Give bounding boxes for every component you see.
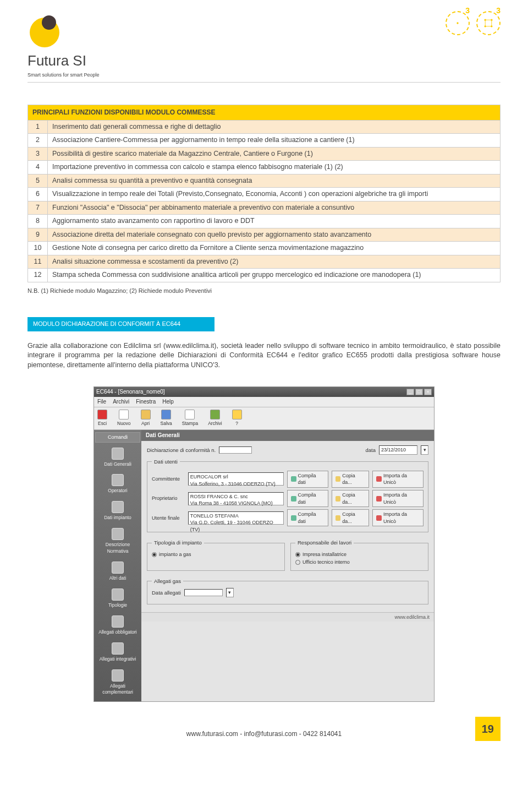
- dati-utenti-group: Dati utenti Committente EUROCALOR srl Vi…: [147, 458, 428, 533]
- sidebar-allegati-complementari[interactable]: Allegati complementari: [95, 666, 140, 700]
- header-badge-1: 3: [446, 11, 470, 35]
- decl-number-input[interactable]: [219, 446, 252, 454]
- radio-icon: [295, 552, 300, 557]
- date-input[interactable]: 23/12/2010: [379, 445, 417, 455]
- table-row: 6Visualizzazione in tempo reale dei Tota…: [28, 188, 501, 201]
- proprietario-label: Proprietario: [152, 495, 185, 502]
- tipologia-group: Tipologia di impianto impianto a gas: [147, 539, 285, 570]
- target-icon: [452, 18, 463, 29]
- table-row: 2Associazione Cantiere-Commessa per aggi…: [28, 134, 501, 148]
- date-picker-button[interactable]: ▾: [421, 445, 428, 455]
- open-icon: [141, 410, 151, 419]
- copia-da-button[interactable]: Copia da...: [332, 471, 370, 488]
- sidebar-operatori[interactable]: Operatori: [95, 471, 140, 498]
- committente-input[interactable]: EUROCALOR srl Via Solferino, 3 - 31046 O…: [188, 472, 284, 486]
- exit-icon: [97, 410, 107, 419]
- sidebar: Comandi Dati Generali Operatori Dati imp…: [94, 430, 141, 701]
- copy-icon: [336, 476, 341, 482]
- radio-impresa[interactable]: Impresa installatrice: [295, 551, 424, 558]
- svg-point-4: [485, 25, 486, 27]
- minimize-button[interactable]: _: [406, 389, 414, 395]
- maximize-button[interactable]: □: [415, 389, 423, 395]
- utente-finale-input[interactable]: TONELLO STEFANIA Via G.D. Coletti, 19 - …: [188, 511, 284, 525]
- type-icon: [112, 588, 124, 601]
- date-label: data: [366, 446, 376, 454]
- radio-ufficio[interactable]: Ufficio tecnico interno: [295, 559, 424, 566]
- app-screenshot: EC644 - [Senonara_nome0] _ □ × File Arch…: [94, 386, 435, 702]
- sidebar-tipologie[interactable]: Tipologie: [95, 585, 140, 612]
- tool-stampa[interactable]: Stampa: [182, 410, 198, 427]
- copia-da-button[interactable]: Copia da...: [332, 509, 370, 526]
- sidebar-descrizione-normativa[interactable]: Descrizione Normativa: [95, 525, 140, 558]
- save-icon: [161, 410, 171, 419]
- tool-help[interactable]: ?: [232, 410, 242, 427]
- table-row: 10Gestione Note di consegna per carico d…: [28, 242, 501, 255]
- doc-icon: [112, 448, 124, 460]
- svg-point-5: [491, 25, 492, 27]
- brand-name: Futura SI: [28, 51, 100, 70]
- copia-da-button[interactable]: Copia da...: [332, 490, 370, 507]
- statusbar: www.edilclima.it: [141, 612, 434, 622]
- help-icon: [232, 410, 242, 419]
- decl-label: Dichiarazione di conformità n.: [147, 446, 216, 454]
- sidebar-header: Comandi: [95, 432, 140, 443]
- compila-dati-button[interactable]: Compila dati: [287, 490, 328, 507]
- close-button[interactable]: ×: [424, 389, 432, 395]
- importa-button[interactable]: Importa da Unicò: [372, 471, 424, 488]
- tool-nuovo[interactable]: Nuovo: [117, 410, 131, 427]
- responsabile-group: Responsabile dei lavori Impresa installa…: [290, 539, 428, 570]
- check-icon: [112, 615, 124, 628]
- table-row: 4Importazione preventivo in commessa con…: [28, 161, 501, 175]
- menu-finestra[interactable]: Finestra: [136, 398, 156, 406]
- table-row: 8Aggiornamento stato avanzamento con rap…: [28, 215, 501, 228]
- utente-finale-label: Utente finale: [152, 515, 185, 522]
- new-icon: [119, 410, 129, 419]
- data-allegati-label: Data allegati: [152, 589, 181, 596]
- user-icon: [112, 474, 124, 486]
- allegati-legend: Allegati gas: [152, 577, 183, 585]
- menu-file[interactable]: File: [97, 398, 106, 406]
- sidebar-altri-dati[interactable]: Altri dati: [95, 558, 140, 585]
- header-divider: [28, 82, 501, 83]
- sidebar-dati-generali[interactable]: Dati Generali: [95, 444, 140, 471]
- edit-icon: [291, 515, 296, 521]
- tool-apri[interactable]: Apri: [141, 410, 151, 427]
- table-row: 11Analisi situazione commessa e scostame…: [28, 255, 501, 269]
- logo-mark: [28, 11, 66, 50]
- dati-utenti-legend: Dati utenti: [152, 458, 180, 465]
- window-titlebar[interactable]: EC644 - [Senonara_nome0] _ □ ×: [94, 387, 434, 397]
- svg-point-2: [485, 19, 486, 21]
- radio-icon: [152, 552, 157, 557]
- sidebar-allegati-integrativi[interactable]: Allegati integrativi: [95, 639, 140, 666]
- radio-impianto-gas[interactable]: impianto a gas: [152, 551, 280, 558]
- svg-point-0: [457, 22, 458, 24]
- import-icon: [376, 496, 382, 502]
- date-picker-button[interactable]: ▾: [226, 588, 234, 597]
- sidebar-dati-impianto[interactable]: Dati impianto: [95, 498, 140, 525]
- compila-dati-button[interactable]: Compila dati: [287, 509, 328, 526]
- sidebar-allegati-obbligatori[interactable]: Allegati obbligatori: [95, 612, 140, 639]
- data-allegati-input[interactable]: [184, 589, 223, 596]
- menu-archivi[interactable]: Archivi: [113, 398, 129, 406]
- window-title: EC644 - [Senonara_nome0]: [96, 388, 165, 396]
- edit-icon: [291, 476, 296, 482]
- nodes-icon: [483, 18, 494, 29]
- brand-logo: Futura SI Smart solutions for smart Peop…: [28, 11, 100, 79]
- panel-title: Dati Generali: [141, 430, 434, 441]
- compila-dati-button[interactable]: Compila dati: [287, 471, 328, 488]
- copy-icon: [336, 515, 341, 521]
- tool-salva[interactable]: Salva: [161, 410, 172, 427]
- main-panel: Dati Generali Dichiarazione di conformit…: [141, 430, 434, 701]
- archive-icon: [210, 410, 220, 419]
- menu-bar: File Archivi Finestra Help: [94, 397, 434, 407]
- module-description: Grazie alla collaborazione con Edilclima…: [28, 341, 501, 370]
- importa-button[interactable]: Importa da Unicò: [372, 490, 424, 507]
- importa-button[interactable]: Importa da Unicò: [372, 509, 424, 526]
- menu-help[interactable]: Help: [162, 398, 174, 406]
- tool-archivi[interactable]: Archivi: [208, 410, 222, 427]
- module-title-bar: MODULO DICHIARAZIONE DI CONFORMIT À EC64…: [28, 317, 215, 331]
- attach-icon: [112, 669, 124, 682]
- tool-esci[interactable]: Esci: [97, 410, 107, 427]
- table-row: 9Associazione diretta del materiale cons…: [28, 228, 501, 242]
- proprietario-input[interactable]: ROSSI FRANCO & C. snc Via Roma 38 - 4105…: [188, 492, 284, 505]
